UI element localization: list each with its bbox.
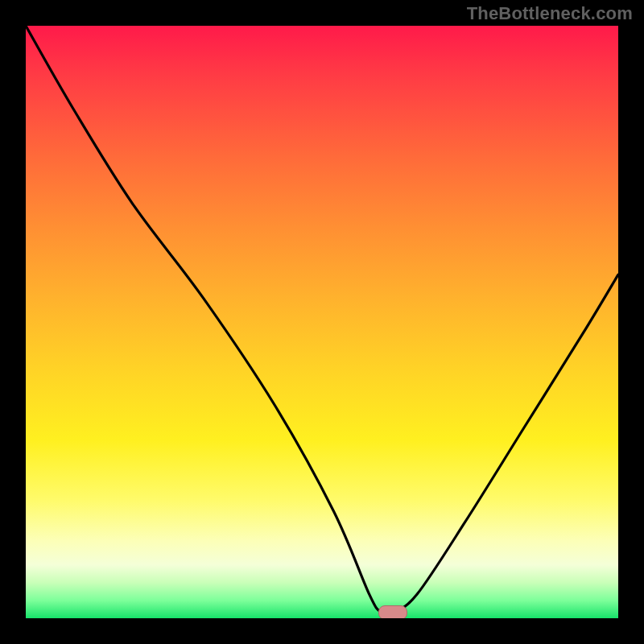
plot-area — [26, 26, 618, 618]
chart-frame: TheBottleneck.com — [0, 0, 644, 644]
optimal-point-marker — [378, 605, 407, 618]
bottleneck-curve — [26, 26, 618, 618]
attribution-text: TheBottleneck.com — [467, 3, 633, 24]
curve-path — [26, 26, 618, 614]
